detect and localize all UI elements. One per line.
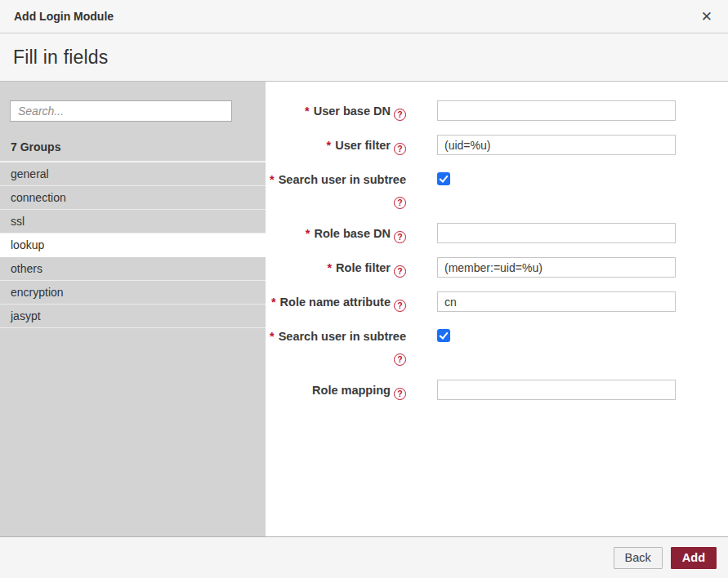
dialog-title: Add Login Module [14,10,114,23]
form-field-row: * User filter ? [266,135,728,155]
checkbox-search-user-in-subtree[interactable] [437,172,450,185]
help-icon[interactable]: ? [394,353,406,366]
form-field-row: * Search user in subtree ? [266,326,728,366]
field-label-text: Role mapping [312,384,391,397]
field-control [437,100,676,121]
form-field-row: * Role name attribute ? [266,291,728,312]
input-user-base-dn[interactable] [437,100,676,121]
required-asterisk: * [305,104,310,118]
required-asterisk: * [270,173,275,186]
field-label-text: Role base DN [314,227,390,240]
input-role-mapping[interactable] [437,380,676,400]
field-label-text: User base DN [314,104,391,118]
form-field-row: * Role base DN ? [266,223,728,243]
sidebar-item-general[interactable]: general [0,162,266,186]
field-control [437,380,676,400]
field-control [437,291,676,312]
field-label: * Role filter ? [266,257,406,278]
form-field-row: * User base DN ? [266,100,728,121]
fields-form-area: * User base DN ? * User filter ? * Searc… [266,82,728,536]
field-label-text: Search user in subtree [279,330,406,343]
close-icon[interactable]: ✕ [699,8,714,25]
fields-form: * User base DN ? * User filter ? * Searc… [266,100,728,400]
dialog-body: 7 Groups general connection ssl lookup o… [0,82,728,536]
groups-sidebar: 7 Groups general connection ssl lookup o… [0,82,266,536]
field-control [437,135,676,155]
sidebar-item-encryption[interactable]: encryption [0,281,266,305]
checkbox-search-user-in-subtree[interactable] [437,329,450,342]
field-label: Role mapping ? [266,380,406,400]
sidebar-item-connection[interactable]: connection [0,186,266,210]
field-label: * User filter ? [266,135,406,155]
sidebar-item-others[interactable]: others [0,257,266,281]
dialog-header: Add Login Module ✕ [0,0,728,33]
field-label: * Search user in subtree ? [266,326,406,366]
field-label: * Role base DN ? [266,223,406,243]
help-icon[interactable]: ? [394,109,406,121]
add-button[interactable]: Add [671,547,717,569]
back-button[interactable]: Back [614,547,663,569]
field-control [437,326,450,345]
sidebar-item-ssl[interactable]: ssl [0,210,266,233]
field-label: * Search user in subtree ? [266,169,406,209]
field-control [437,169,450,189]
page-title: Fill in fields [13,47,109,69]
field-label-text: Role name attribute [280,296,391,309]
form-field-row: * Search user in subtree ? [266,169,728,209]
field-control [437,257,676,278]
search-input[interactable] [10,100,232,122]
required-asterisk: * [327,139,332,152]
required-asterisk: * [270,330,275,343]
form-field-row: * Role filter ? [266,257,728,278]
help-icon[interactable]: ? [394,143,406,155]
field-label: * Role name attribute ? [266,291,406,312]
help-icon[interactable]: ? [394,388,406,400]
field-control [437,223,676,243]
input-role-filter[interactable] [437,257,676,278]
groups-count-label: 7 Groups [11,140,266,153]
dialog-footer: Back Add [0,536,728,578]
required-asterisk: * [327,261,332,274]
add-login-module-dialog: Add Login Module ✕ Fill in fields 7 Grou… [0,0,728,578]
group-list: general connection ssl lookup others enc… [0,161,266,328]
required-asterisk: * [306,227,310,240]
help-icon[interactable]: ? [394,265,406,278]
field-label-text: Search user in subtree [279,173,406,186]
input-role-name-attribute[interactable] [437,291,676,312]
sidebar-item-lookup[interactable]: lookup [0,233,266,257]
field-label-text: User filter [335,139,391,152]
help-icon[interactable]: ? [394,231,406,243]
help-icon[interactable]: ? [394,197,406,209]
field-label: * User base DN ? [266,100,406,121]
input-role-base-dn[interactable] [437,223,676,243]
form-field-row: Role mapping ? [266,380,728,400]
help-icon[interactable]: ? [394,300,406,312]
dialog-subheader: Fill in fields [0,33,728,82]
sidebar-item-jasypt[interactable]: jasypt [0,305,266,328]
required-asterisk: * [271,296,276,309]
input-user-filter[interactable] [437,135,676,155]
field-label-text: Role filter [336,261,391,274]
